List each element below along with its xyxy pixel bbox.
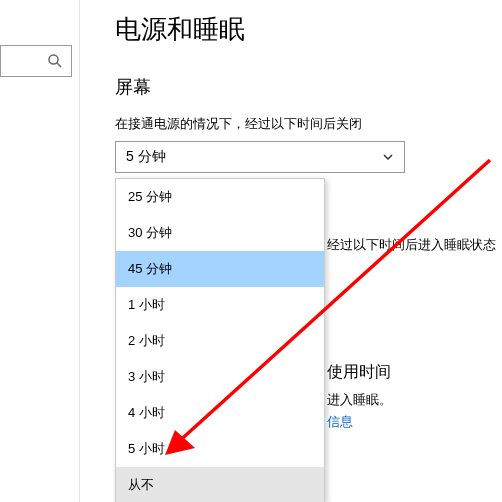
svg-line-1	[57, 63, 61, 67]
screen-timeout-dropdown[interactable]: 5 分钟	[115, 141, 405, 173]
dropdown-item[interactable]: 3 小时	[116, 359, 324, 395]
info-title: 使用时间	[327, 362, 392, 383]
dropdown-item[interactable]: 1 小时	[116, 287, 324, 323]
dropdown-item[interactable]: 25 分钟	[116, 179, 324, 215]
info-text: 进入睡眠。	[327, 391, 392, 409]
dropdown-item[interactable]: 4 小时	[116, 395, 324, 431]
search-box[interactable]	[0, 45, 72, 77]
content-area: 电源和睡眠 屏幕 在接通电源的情况下，经过以下时间后关闭 5 分钟	[115, 0, 502, 203]
sidebar	[0, 0, 80, 502]
dropdown-item[interactable]: 2 小时	[116, 323, 324, 359]
svg-point-0	[49, 55, 58, 64]
dropdown-selected-value: 5 分钟	[126, 148, 166, 166]
sleep-option-label-partial: 经过以下时间后进入睡眠状态	[327, 236, 496, 254]
dropdown-item[interactable]: 30 分钟	[116, 215, 324, 251]
info-link[interactable]: 信息	[327, 413, 392, 431]
dropdown-item-never[interactable]: 从不	[116, 467, 324, 502]
page-title: 电源和睡眠	[115, 12, 502, 47]
screen-option-label: 在接通电源的情况下，经过以下时间后关闭	[115, 115, 502, 133]
info-block: 使用时间 进入睡眠。 信息	[327, 362, 392, 431]
search-icon	[47, 53, 63, 69]
dropdown-item[interactable]: 5 小时	[116, 431, 324, 467]
chevron-down-icon	[382, 151, 394, 163]
screen-section-title: 屏幕	[115, 75, 502, 99]
dropdown-list[interactable]: 25 分钟 30 分钟 45 分钟 1 小时 2 小时 3 小时 4 小时 5 …	[115, 178, 325, 502]
dropdown-item[interactable]: 45 分钟	[116, 251, 324, 287]
